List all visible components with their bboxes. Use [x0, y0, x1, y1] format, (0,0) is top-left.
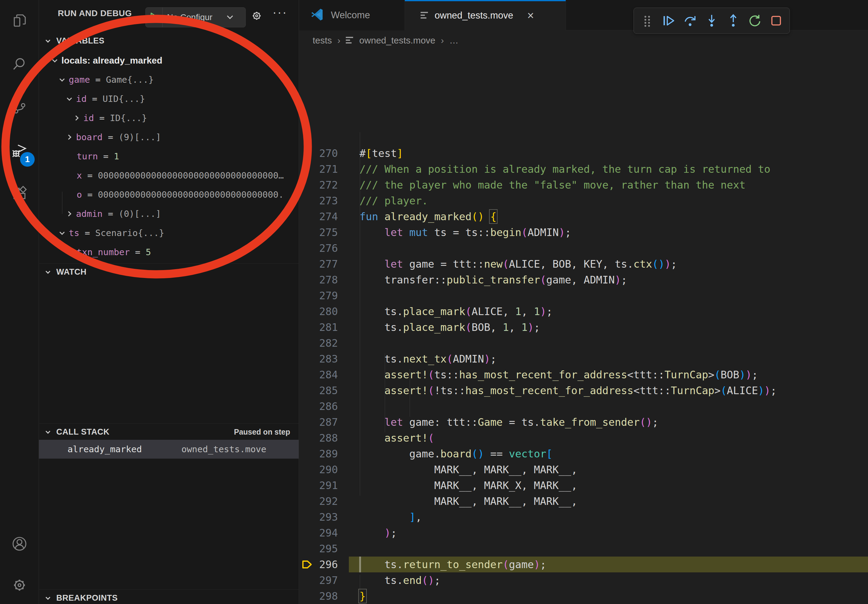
variable-row-turn[interactable]: turn = 1: [39, 147, 299, 166]
code-line-282[interactable]: 282: [299, 335, 868, 351]
tab-owned-tests-move[interactable]: owned_tests.move ×: [405, 0, 566, 31]
chevron-right-icon[interactable]: [66, 135, 71, 139]
line-number[interactable]: 271: [299, 161, 338, 177]
line-number[interactable]: 294: [299, 525, 338, 541]
step-into-icon[interactable]: [704, 13, 719, 28]
line-number[interactable]: 275: [299, 225, 338, 240]
line-number[interactable]: 270: [299, 146, 338, 161]
chevron-down-icon[interactable]: [52, 57, 57, 62]
code-line-295[interactable]: 295: [299, 541, 868, 556]
stop-icon[interactable]: [769, 13, 783, 28]
chevron-down-icon[interactable]: [60, 229, 65, 235]
chevron-right-icon[interactable]: [66, 211, 71, 216]
code-line-278[interactable]: 278 transfer::public_transfer(game, ADMI…: [299, 272, 868, 288]
line-number[interactable]: 274: [299, 209, 338, 225]
line-number[interactable]: 291: [299, 477, 338, 493]
line-number[interactable]: 293: [299, 509, 338, 525]
line-number[interactable]: 292: [299, 493, 338, 509]
line-number[interactable]: 273: [299, 193, 338, 209]
variable-row-txn_number[interactable]: txn_number = 5: [39, 242, 299, 262]
code-line-276[interactable]: 276: [299, 240, 868, 256]
line-number[interactable]: 298: [299, 588, 338, 604]
line-number[interactable]: 282: [299, 335, 338, 351]
start-debug-icon[interactable]: [146, 8, 163, 27]
variables-section-header[interactable]: VARIABLES: [39, 32, 299, 49]
code-line-293[interactable]: 293 ],: [299, 509, 868, 525]
variable-row-id[interactable]: id = UID{...}: [39, 89, 299, 108]
line-number[interactable]: 281: [299, 319, 338, 335]
watch-section-header[interactable]: WATCH: [39, 263, 299, 280]
code-line-284[interactable]: 284 assert!(ts::has_most_recent_for_addr…: [299, 367, 868, 383]
code-line-291[interactable]: 291 MARK__, MARK_X, MARK__,: [299, 477, 868, 493]
variable-row-game[interactable]: game = Game{...}: [39, 70, 299, 89]
line-number[interactable]: 285: [299, 383, 338, 398]
line-number[interactable]: 286: [299, 398, 338, 414]
breadcrumb-item-tests[interactable]: tests: [313, 35, 332, 46]
call-stack-section-header[interactable]: CALL STACK Paused on step: [39, 423, 299, 440]
code-line-286[interactable]: 286: [299, 398, 868, 414]
code-line-283[interactable]: 283 ts.next_tx(ADMIN);: [299, 351, 868, 367]
code-line-273[interactable]: 273/// player.: [299, 193, 868, 209]
code-line-289[interactable]: 289 game.board() == vector[: [299, 446, 868, 462]
line-number[interactable]: 284: [299, 367, 338, 383]
line-number[interactable]: 280: [299, 304, 338, 319]
breadcrumb-item-file[interactable]: owned_tests.move: [359, 35, 435, 46]
line-number[interactable]: 272: [299, 177, 338, 193]
restart-icon[interactable]: [747, 13, 762, 28]
code-line-292[interactable]: 292 MARK__, MARK__, MARK__,: [299, 493, 868, 509]
code-line-294[interactable]: 294 );: [299, 525, 868, 541]
code-line-272[interactable]: 272/// the player who made the "false" m…: [299, 177, 868, 193]
tab-welcome[interactable]: Welcome: [299, 0, 405, 30]
code-line-277[interactable]: 277 let game = ttt::new(ALICE, BOB, KEY,…: [299, 256, 868, 272]
line-number[interactable]: 295: [299, 541, 338, 556]
code-line-271[interactable]: 271/// When a position is already marked…: [299, 161, 868, 177]
search-icon[interactable]: [12, 56, 27, 72]
code-line-298[interactable]: 298}: [299, 588, 868, 604]
settings-gear-icon[interactable]: [12, 577, 27, 593]
line-number[interactable]: 297: [299, 572, 338, 588]
chevron-right-icon[interactable]: [74, 115, 79, 121]
chevron-down-icon[interactable]: [67, 96, 72, 101]
variable-row-o[interactable]: o = 0000000000000000000000000000000000.: [39, 185, 299, 204]
code-line-281[interactable]: 281 ts.place_mark(BOB, 1, 1);: [299, 319, 868, 335]
variable-row-admin[interactable]: admin = (0)[...]: [39, 204, 299, 223]
explorer-icon[interactable]: [12, 13, 27, 29]
code-line-279[interactable]: 279: [299, 288, 868, 304]
code-line-280[interactable]: 280 ts.place_mark(ALICE, 1, 1);: [299, 304, 868, 319]
debug-settings-gear-icon[interactable]: [251, 10, 263, 23]
breadcrumb-item-symbol[interactable]: …: [450, 35, 459, 46]
line-number[interactable]: 290: [299, 462, 338, 477]
chevron-down-icon[interactable]: [60, 76, 65, 82]
code-line-288[interactable]: 288 assert!(: [299, 430, 868, 446]
line-number[interactable]: 288: [299, 430, 338, 446]
drag-grip-icon[interactable]: [640, 13, 654, 28]
code-line-290[interactable]: 290 MARK__, MARK__, MARK__,: [299, 462, 868, 477]
line-number[interactable]: 277: [299, 256, 338, 272]
line-number[interactable]: 276: [299, 240, 338, 256]
breakpoints-section-header[interactable]: BREAKPOINTS: [39, 589, 299, 604]
step-over-icon[interactable]: [683, 13, 698, 28]
launch-configuration-dropdown[interactable]: No Configur: [146, 7, 246, 27]
account-icon[interactable]: [12, 536, 27, 552]
code-line-296[interactable]: 296 ts.return_to_sender(game);: [299, 556, 868, 572]
line-number[interactable]: 287: [299, 414, 338, 430]
variable-row-ts[interactable]: ts = Scenario{...}: [39, 223, 299, 242]
source-control-icon[interactable]: [12, 99, 27, 115]
code-line-270[interactable]: 270#[test]: [299, 146, 868, 161]
code-line-287[interactable]: 287 let game: ttt::Game = ts.take_from_s…: [299, 414, 868, 430]
variable-row-scope[interactable]: locals: already_marked: [39, 51, 299, 70]
close-tab-icon[interactable]: ×: [527, 10, 534, 21]
extensions-icon[interactable]: [12, 186, 27, 201]
code-line-275[interactable]: 275 let mut ts = ts::begin(ADMIN);: [299, 225, 868, 240]
line-number[interactable]: 289: [299, 446, 338, 462]
line-number[interactable]: 283: [299, 351, 338, 367]
code-line-285[interactable]: 285 assert!(!ts::has_most_recent_for_add…: [299, 383, 868, 398]
code-editor[interactable]: 270#[test]271/// When a position is alre…: [299, 51, 868, 604]
variable-row-board[interactable]: board = (9)[...]: [39, 127, 299, 147]
call-stack-frame-row[interactable]: already_marked owned_tests.move: [39, 440, 299, 458]
line-number[interactable]: 279: [299, 288, 338, 304]
step-out-icon[interactable]: [726, 13, 741, 28]
continue-icon[interactable]: [662, 13, 676, 28]
code-line-297[interactable]: 297 ts.end();: [299, 572, 868, 588]
variable-row-id[interactable]: id = ID{...}: [39, 108, 299, 127]
